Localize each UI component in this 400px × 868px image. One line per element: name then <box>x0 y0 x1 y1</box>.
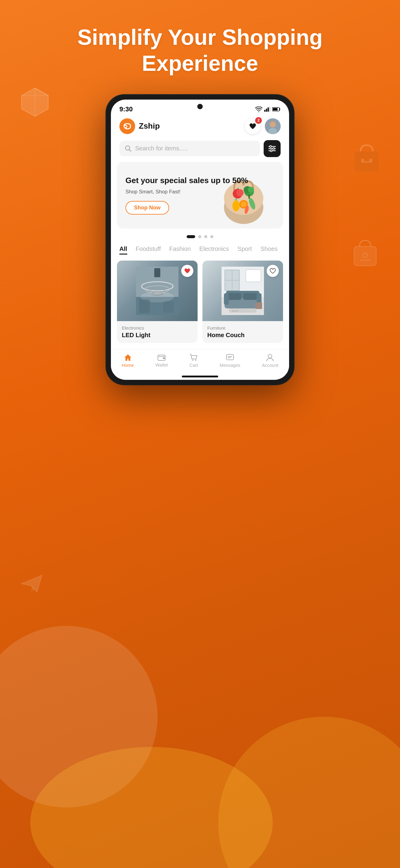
svg-rect-63 <box>255 302 262 309</box>
signal-icon <box>264 107 270 112</box>
product-grid: Electronics LED Light <box>111 260 289 349</box>
brand-logo <box>119 118 135 134</box>
phone-mockup: 9:30 <box>106 95 294 385</box>
status-icons <box>255 106 281 112</box>
phone-screen: 9:30 <box>111 100 289 380</box>
bag-light-icon <box>348 236 382 269</box>
svg-rect-13 <box>273 108 278 111</box>
product-card-home-couch[interactable]: ELLE Furniture Home <box>202 260 283 343</box>
led-favorite-button[interactable] <box>181 265 193 277</box>
product-card-led-light[interactable]: Electronics LED Light <box>117 260 198 343</box>
dot-3[interactable] <box>204 235 207 238</box>
svg-rect-4 <box>354 246 376 266</box>
account-icon <box>266 353 274 361</box>
svg-rect-6 <box>360 260 371 261</box>
product-category-couch: Furniture <box>207 326 278 331</box>
search-input-wrap[interactable]: Search for items..... <box>119 141 260 156</box>
svg-text:ELLE: ELLE <box>232 310 238 312</box>
svg-rect-47 <box>163 302 174 313</box>
svg-point-7 <box>258 111 259 112</box>
heart-outline-icon <box>270 268 276 274</box>
nav-account[interactable]: Account <box>262 353 278 368</box>
svg-rect-65 <box>163 358 165 359</box>
bag-dark-icon <box>348 139 385 176</box>
nav-wallet-label: Wallet <box>155 362 168 367</box>
svg-point-2 <box>369 159 372 162</box>
svg-rect-57 <box>228 293 241 300</box>
nav-home-label: Home <box>122 363 134 368</box>
cat-sport[interactable]: Sport <box>237 245 252 254</box>
dot-4[interactable] <box>210 235 213 238</box>
cat-foodstuff[interactable]: Foodstuff <box>136 245 161 254</box>
svg-point-16 <box>268 128 277 134</box>
svg-rect-58 <box>243 293 257 300</box>
banner-subtitle: Shop Smart, Shop Fast! <box>125 189 276 195</box>
cat-fashion[interactable]: Fashion <box>169 245 191 254</box>
product-name-couch: Home Couch <box>207 332 278 339</box>
search-icon <box>125 145 132 152</box>
bg-blob-3 <box>218 717 400 868</box>
svg-rect-59 <box>224 293 229 305</box>
cube-icon <box>18 85 52 118</box>
svg-point-24 <box>270 150 272 152</box>
svg-point-67 <box>195 360 196 361</box>
filter-icon <box>268 145 276 152</box>
battery-icon <box>272 107 281 112</box>
svg-rect-9 <box>266 108 267 112</box>
hero-section: Simplify Your Shopping Experience <box>77 24 322 76</box>
plane-icon <box>18 568 46 596</box>
cat-all[interactable]: All <box>119 245 127 254</box>
svg-point-22 <box>270 146 272 147</box>
svg-rect-8 <box>264 110 265 112</box>
bottom-navigation: Home Wallet Cart <box>111 349 289 373</box>
banner-title: Get your special sales up to 50% <box>125 176 276 186</box>
nav-wallet[interactable]: Wallet <box>155 354 168 367</box>
svg-rect-3 <box>362 161 372 162</box>
home-icon <box>124 353 132 361</box>
product-name-led: LED Light <box>122 332 193 339</box>
camera-notch <box>197 104 203 109</box>
couch-favorite-button[interactable] <box>267 265 279 277</box>
product-image-wrap-couch: ELLE <box>202 260 283 321</box>
dot-1[interactable] <box>187 235 195 238</box>
header-actions: 2 <box>245 118 281 134</box>
product-info-couch: Furniture Home Couch <box>202 321 283 343</box>
svg-point-23 <box>273 148 275 150</box>
svg-rect-11 <box>269 107 270 112</box>
led-illustration <box>136 267 178 315</box>
status-bar: 9:30 <box>111 100 289 115</box>
svg-rect-40 <box>154 268 160 277</box>
shop-now-button[interactable]: Shop Now <box>125 201 169 215</box>
search-bar: Search for items..... <box>119 140 281 157</box>
brand-name: Zship <box>139 121 160 131</box>
avatar-image <box>265 118 281 134</box>
filter-button[interactable] <box>264 140 281 157</box>
hero-title: Simplify Your Shopping Experience <box>77 24 322 76</box>
svg-rect-68 <box>226 354 234 360</box>
carousel-dots <box>111 234 289 243</box>
nav-messages-label: Messages <box>220 363 240 368</box>
cart-icon <box>190 353 198 361</box>
wifi-icon <box>255 106 262 112</box>
brand: Zship <box>119 118 160 134</box>
nav-cart[interactable]: Cart <box>190 353 198 368</box>
messages-icon <box>226 353 234 361</box>
promo-banner: Get your special sales up to 50% Shop Sm… <box>117 162 283 228</box>
nav-messages[interactable]: Messages <box>220 353 240 368</box>
favorites-badge: 2 <box>255 117 262 124</box>
svg-rect-46 <box>139 299 150 313</box>
cat-electronics[interactable]: Electronics <box>199 245 229 254</box>
app-header: Zship 2 <box>111 115 289 138</box>
svg-rect-10 <box>267 107 269 112</box>
dot-2[interactable] <box>198 235 201 238</box>
avatar[interactable] <box>265 118 281 134</box>
product-info-led: Electronics LED Light <box>117 321 198 343</box>
product-category-led: Electronics <box>122 326 193 331</box>
status-time: 9:30 <box>119 105 133 113</box>
svg-point-1 <box>361 159 364 162</box>
nav-home[interactable]: Home <box>122 353 134 368</box>
cat-shoes[interactable]: Shoes <box>260 245 278 254</box>
search-section: Search for items..... <box>111 138 289 162</box>
heart-icon <box>249 123 256 129</box>
favorites-button[interactable]: 2 <box>245 118 261 134</box>
